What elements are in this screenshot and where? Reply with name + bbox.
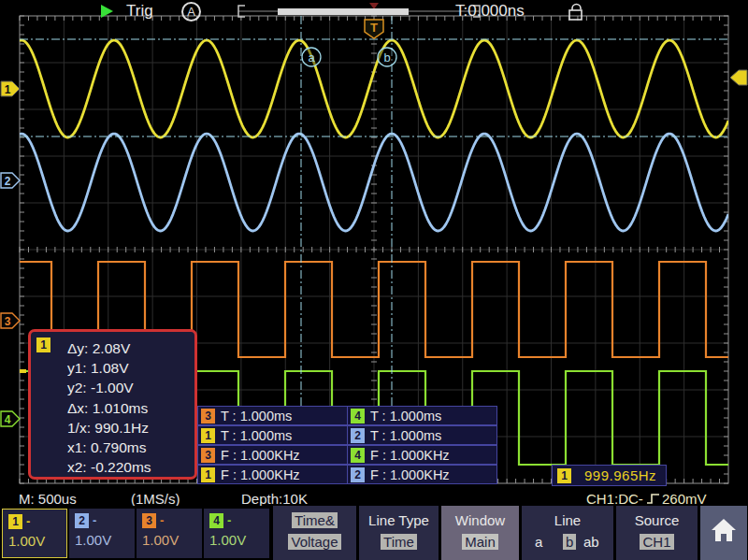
svg-text:T: T [370, 21, 378, 35]
table-cell: 3F : 1.000KHz [197, 445, 348, 465]
run-state-icon [101, 5, 113, 18]
cursor-a-label: a [308, 50, 315, 65]
line-button[interactable]: Line a b ab [522, 506, 613, 560]
channel-badge: 1 [557, 468, 571, 483]
channel2-volts: 1.00V [75, 532, 135, 548]
popup-x2: x2: -0.220ms [67, 457, 194, 477]
popup-y2: y2: -1.00V [67, 378, 194, 397]
channel-badge: 1 [36, 337, 50, 352]
channel4-scale-box[interactable]: 4- 1.00V [204, 509, 269, 558]
table-cell: 1T : 1.000ms [197, 425, 348, 445]
home-icon [711, 518, 737, 542]
line-option-a[interactable]: a [535, 534, 542, 550]
freq-counter-value: 999.965Hz [584, 467, 656, 483]
timebase-readout: M: 500us [19, 491, 77, 507]
oscilloscope-screen: Trig A T:0.000ns ab1234T 1 Δy: 2.08V y1:… [0, 0, 748, 560]
table-cell: 3T : 1.000ms [197, 406, 348, 425]
line-option-ab[interactable]: ab [583, 534, 599, 550]
popup-x1: x1: 0.790ms [67, 438, 194, 457]
table-cell: 2T : 1.000ms [347, 425, 497, 445]
auto-trigger-icon: A [181, 2, 201, 22]
table-cell: 4F : 1.000KHz [347, 445, 497, 465]
ch1-ref-tick [20, 369, 26, 373]
popup-delta-x: Δx: 1.010ms [67, 398, 194, 418]
cursor-b-label: b [383, 50, 390, 65]
line-option-b[interactable]: b [563, 534, 576, 550]
trigger-source-readout: CH1:DC- [586, 491, 643, 507]
trigger-level-readout: 260mV [662, 491, 707, 507]
svg-text:3: 3 [5, 315, 11, 328]
depth-readout: Depth:10K [241, 491, 308, 507]
svg-text:1: 1 [5, 83, 11, 96]
channel4-volts: 1.00V [209, 532, 269, 548]
time-voltage-button[interactable]: Time& Voltage [273, 506, 356, 560]
source-button[interactable]: Source CH1 [616, 506, 698, 560]
channel3-volts: 1.00V [142, 532, 202, 548]
trigger-time-readout: T:0.000ns [455, 2, 525, 21]
svg-text:4: 4 [5, 413, 11, 426]
line-type-button[interactable]: Line Type Time [359, 506, 439, 560]
popup-delta-y: Δy: 2.08V [67, 338, 194, 358]
sample-rate-readout: (1MS/s) [131, 491, 180, 507]
freq-counter: 1 999.965Hz [552, 465, 667, 486]
window-button[interactable]: Window Main [441, 506, 519, 560]
svg-text:2: 2 [5, 175, 11, 188]
cursor-measure-popup: 1 Δy: 2.08V y1: 1.08V y2: -1.00V Δx: 1.0… [28, 329, 197, 480]
table-cell: 1F : 1.000KHz [197, 465, 348, 484]
channel1-volts: 1.00V [8, 533, 66, 549]
popup-1overx: 1/x: 990.1Hz [67, 418, 194, 438]
channel1-scale-box[interactable]: 1- 1.00V [2, 509, 67, 558]
popup-y1: y1: 1.08V [67, 358, 194, 378]
home-button[interactable] [700, 506, 747, 560]
table-cell: 4T : 1.000ms [347, 406, 497, 425]
channel3-scale-box[interactable]: 3- 1.00V [137, 509, 202, 558]
rising-edge-icon [646, 493, 660, 505]
bottom-menu-bar: 1- 1.00V 2- 1.00V 3- 1.00V 4- 1.00V Time… [0, 506, 748, 560]
channel2-scale-box[interactable]: 2- 1.00V [69, 509, 135, 558]
trig-label: Trig [126, 2, 153, 21]
table-cell: 2F : 1.000KHz [347, 465, 497, 484]
